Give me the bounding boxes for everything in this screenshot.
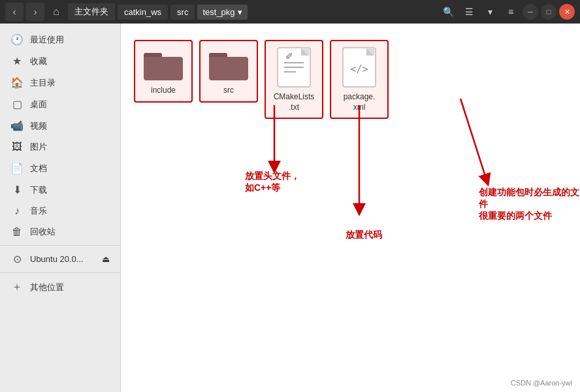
desktop-icon: ▢ [10, 98, 24, 110]
back-button[interactable]: ‹ [5, 3, 24, 21]
plus-icon: ＋ [10, 280, 24, 294]
sidebar-label-drive: Ubuntu 20.0... [30, 254, 84, 264]
sidebar-drive-section: ⊙ Ubuntu 20.0... ⏏ [0, 245, 120, 270]
file-item-src[interactable]: src [199, 40, 258, 103]
downloads-icon: ⬇ [10, 184, 24, 196]
close-button[interactable]: ✕ [559, 4, 575, 20]
file-label-src: src [223, 86, 234, 96]
breadcrumb: 主文件夹 catkin_ws src test_pkg ▾ [68, 3, 436, 20]
files-container: include src [134, 37, 567, 119]
sidebar-label-videos: 视频 [30, 120, 47, 132]
codefile-icon-package: </> [342, 46, 377, 88]
view-dropdown-button[interactable]: ▾ [481, 3, 499, 21]
sidebar-item-downloads[interactable]: ⬇ 下载 [0, 179, 120, 201]
music-icon: ♪ [10, 205, 24, 217]
sidebar-label-music: 音乐 [30, 205, 47, 217]
star-icon: ★ [10, 55, 24, 67]
search-button[interactable]: 🔍 [439, 3, 457, 21]
sidebar-label-home: 主目录 [30, 77, 56, 89]
svg-rect-3 [209, 57, 248, 80]
sidebar-item-desktop[interactable]: ▢ 桌面 [0, 93, 120, 115]
sidebar-other-section: ＋ 其他位置 [0, 272, 120, 299]
file-label-include: include [151, 86, 176, 96]
sidebar-item-home[interactable]: 🏠 主目录 [0, 72, 120, 93]
arrow-src [340, 102, 379, 220]
sidebar-label-documents: 文档 [30, 163, 47, 174]
file-area: include src [121, 24, 580, 392]
folder-icon-include [142, 46, 184, 82]
pictures-icon: 🖼 [10, 141, 24, 153]
file-item-package[interactable]: </> package.xml [330, 40, 389, 119]
maximize-button[interactable]: □ [541, 4, 556, 20]
view-list-button[interactable]: ☰ [460, 3, 478, 21]
file-item-cmakelists[interactable]: ✐ CMakeLists.txt [265, 40, 323, 119]
sidebar-item-ubuntu-drive[interactable]: ⊙ Ubuntu 20.0... ⏏ [0, 248, 120, 270]
forward-button[interactable]: › [26, 3, 44, 21]
dropdown-icon: ▾ [238, 7, 242, 17]
textfile-icon-cmake: ✐ [276, 46, 312, 88]
breadcrumb-catkin[interactable]: catkin_ws [118, 5, 168, 20]
watermark: CSDN @Aaron-ywl [511, 379, 572, 387]
sidebar-item-bookmarks[interactable]: ★ 收藏 [0, 50, 120, 72]
home-icon: 🏠 [10, 76, 24, 89]
file-item-include[interactable]: include [134, 40, 193, 103]
sidebar-label-other: 其他位置 [30, 282, 64, 293]
sidebar-label-desktop: 桌面 [30, 99, 47, 110]
annotation-src: 放置代码 [346, 229, 382, 241]
drive-left: ⊙ Ubuntu 20.0... [10, 253, 84, 265]
minimize-button[interactable]: ─ [523, 4, 538, 20]
breadcrumb-testpkg[interactable]: test_pkg ▾ [197, 5, 247, 20]
titlebar: ‹ › ⌂ 主文件夹 catkin_ws src test_pkg ▾ 🔍 ☰ … [0, 0, 580, 24]
breadcrumb-home[interactable]: 主文件夹 [68, 3, 115, 20]
sidebar-label-bookmarks: 收藏 [30, 56, 47, 67]
eject-icon[interactable]: ⏏ [102, 254, 110, 264]
drive-icon: ⊙ [10, 253, 24, 265]
video-icon: 📹 [10, 120, 24, 132]
annotation-include: 放置头文件，如C++等 [245, 171, 300, 194]
sidebar-item-videos[interactable]: 📹 视频 [0, 115, 120, 137]
documents-icon: 📄 [10, 162, 24, 174]
file-label-package: package.xml [344, 92, 376, 112]
sidebar-label-downloads: 下载 [30, 184, 47, 196]
file-label-cmakelists: CMakeLists.txt [274, 92, 315, 112]
trash-icon: 🗑 [10, 226, 24, 238]
sidebar: 🕐 最近使用 ★ 收藏 🏠 主目录 ▢ 桌面 📹 视频 🖼 图片 📄 文档 ⬇ [0, 24, 121, 392]
home-button[interactable]: ⌂ [47, 3, 65, 21]
menu-button[interactable]: ≡ [502, 3, 520, 21]
sidebar-item-recent[interactable]: 🕐 最近使用 [0, 29, 120, 50]
sidebar-item-pictures[interactable]: 🖼 图片 [0, 137, 120, 157]
sidebar-label-pictures: 图片 [30, 141, 47, 153]
folder-icon-src [208, 46, 250, 82]
clock-icon: 🕐 [10, 33, 24, 46]
sidebar-item-other-places[interactable]: ＋ 其他位置 [0, 276, 120, 299]
sidebar-item-trash[interactable]: 🗑 回收站 [0, 221, 120, 242]
svg-text:✐: ✐ [285, 51, 293, 61]
sidebar-item-documents[interactable]: 📄 文档 [0, 157, 120, 179]
sidebar-label-trash: 回收站 [30, 226, 56, 238]
main-area: 🕐 最近使用 ★ 收藏 🏠 主目录 ▢ 桌面 📹 视频 🖼 图片 📄 文档 ⬇ [0, 24, 580, 392]
annotation-cmake: 创建功能包时必生成的文件很重要的两个文件 [479, 187, 580, 222]
breadcrumb-src[interactable]: src [170, 5, 195, 20]
sidebar-label-recent: 最近使用 [30, 34, 64, 46]
svg-rect-1 [144, 57, 183, 80]
svg-text:</>: </> [350, 63, 368, 75]
titlebar-actions: 🔍 ☰ ▾ ≡ ─ □ ✕ [439, 3, 575, 21]
sidebar-item-music[interactable]: ♪ 音乐 [0, 201, 120, 221]
